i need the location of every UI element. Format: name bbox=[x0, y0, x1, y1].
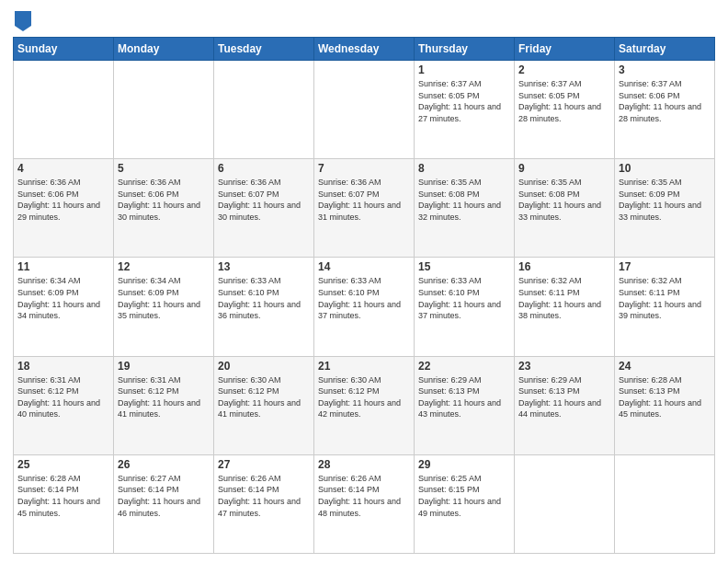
calendar-cell: 13Sunrise: 6:33 AM Sunset: 6:10 PM Dayli… bbox=[214, 258, 314, 356]
day-number: 5 bbox=[118, 162, 210, 175]
calendar-cell: 14Sunrise: 6:33 AM Sunset: 6:10 PM Dayli… bbox=[314, 258, 415, 356]
day-info: Sunrise: 6:31 AM Sunset: 6:12 PM Dayligh… bbox=[17, 374, 109, 420]
page: SundayMondayTuesdayWednesdayThursdayFrid… bbox=[0, 0, 728, 563]
calendar-cell: 12Sunrise: 6:34 AM Sunset: 6:09 PM Dayli… bbox=[114, 258, 214, 356]
day-number: 17 bbox=[619, 260, 711, 273]
calendar-cell: 10Sunrise: 6:35 AM Sunset: 6:09 PM Dayli… bbox=[615, 159, 715, 258]
day-number: 19 bbox=[118, 360, 210, 373]
day-number: 23 bbox=[518, 360, 610, 373]
week-row-1: 4Sunrise: 6:36 AM Sunset: 6:06 PM Daylig… bbox=[14, 159, 715, 258]
weekday-header-sunday: Sunday bbox=[14, 38, 114, 61]
day-info: Sunrise: 6:28 AM Sunset: 6:14 PM Dayligh… bbox=[17, 473, 109, 519]
day-info: Sunrise: 6:32 AM Sunset: 6:11 PM Dayligh… bbox=[518, 275, 610, 321]
header bbox=[13, 9, 715, 31]
calendar-cell: 9Sunrise: 6:35 AM Sunset: 6:08 PM Daylig… bbox=[515, 159, 615, 258]
weekday-header-row: SundayMondayTuesdayWednesdayThursdayFrid… bbox=[14, 38, 715, 61]
day-info: Sunrise: 6:30 AM Sunset: 6:12 PM Dayligh… bbox=[218, 374, 310, 420]
day-number: 21 bbox=[318, 360, 410, 373]
day-number: 24 bbox=[619, 360, 711, 373]
day-info: Sunrise: 6:35 AM Sunset: 6:09 PM Dayligh… bbox=[619, 177, 711, 223]
day-info: Sunrise: 6:33 AM Sunset: 6:10 PM Dayligh… bbox=[318, 275, 410, 321]
day-number: 12 bbox=[118, 260, 210, 273]
day-number: 28 bbox=[318, 458, 410, 471]
day-number: 7 bbox=[318, 162, 410, 175]
day-info: Sunrise: 6:29 AM Sunset: 6:13 PM Dayligh… bbox=[418, 374, 510, 420]
day-info: Sunrise: 6:29 AM Sunset: 6:13 PM Dayligh… bbox=[518, 374, 610, 420]
day-number: 10 bbox=[619, 162, 711, 175]
day-number: 6 bbox=[218, 162, 310, 175]
calendar-cell: 1Sunrise: 6:37 AM Sunset: 6:05 PM Daylig… bbox=[415, 61, 515, 159]
calendar-cell: 29Sunrise: 6:25 AM Sunset: 6:15 PM Dayli… bbox=[415, 454, 515, 553]
day-info: Sunrise: 6:28 AM Sunset: 6:13 PM Dayligh… bbox=[619, 374, 711, 420]
day-info: Sunrise: 6:26 AM Sunset: 6:14 PM Dayligh… bbox=[218, 473, 310, 519]
day-number: 26 bbox=[118, 458, 210, 471]
calendar-cell bbox=[615, 454, 715, 553]
day-info: Sunrise: 6:37 AM Sunset: 6:05 PM Dayligh… bbox=[418, 78, 510, 124]
week-row-2: 11Sunrise: 6:34 AM Sunset: 6:09 PM Dayli… bbox=[14, 258, 715, 356]
calendar-cell: 28Sunrise: 6:26 AM Sunset: 6:14 PM Dayli… bbox=[314, 454, 415, 553]
calendar-cell: 7Sunrise: 6:36 AM Sunset: 6:07 PM Daylig… bbox=[314, 159, 415, 258]
svg-marker-0 bbox=[15, 11, 31, 31]
calendar-cell: 11Sunrise: 6:34 AM Sunset: 6:09 PM Dayli… bbox=[14, 258, 114, 356]
week-row-0: 1Sunrise: 6:37 AM Sunset: 6:05 PM Daylig… bbox=[14, 61, 715, 159]
day-number: 3 bbox=[619, 63, 711, 76]
calendar-cell: 4Sunrise: 6:36 AM Sunset: 6:06 PM Daylig… bbox=[14, 159, 114, 258]
day-info: Sunrise: 6:33 AM Sunset: 6:10 PM Dayligh… bbox=[218, 275, 310, 321]
calendar-cell bbox=[114, 61, 214, 159]
calendar-cell: 26Sunrise: 6:27 AM Sunset: 6:14 PM Dayli… bbox=[114, 454, 214, 553]
logo bbox=[13, 13, 31, 31]
day-info: Sunrise: 6:36 AM Sunset: 6:07 PM Dayligh… bbox=[318, 177, 410, 223]
day-number: 2 bbox=[518, 63, 610, 76]
calendar-cell: 22Sunrise: 6:29 AM Sunset: 6:13 PM Dayli… bbox=[415, 356, 515, 454]
calendar-cell: 25Sunrise: 6:28 AM Sunset: 6:14 PM Dayli… bbox=[14, 454, 114, 553]
calendar-cell: 8Sunrise: 6:35 AM Sunset: 6:08 PM Daylig… bbox=[415, 159, 515, 258]
calendar-table: SundayMondayTuesdayWednesdayThursdayFrid… bbox=[13, 37, 715, 554]
day-info: Sunrise: 6:31 AM Sunset: 6:12 PM Dayligh… bbox=[118, 374, 210, 420]
calendar-cell: 6Sunrise: 6:36 AM Sunset: 6:07 PM Daylig… bbox=[214, 159, 314, 258]
calendar-cell: 23Sunrise: 6:29 AM Sunset: 6:13 PM Dayli… bbox=[515, 356, 615, 454]
calendar-cell: 24Sunrise: 6:28 AM Sunset: 6:13 PM Dayli… bbox=[615, 356, 715, 454]
day-number: 27 bbox=[218, 458, 310, 471]
week-row-3: 18Sunrise: 6:31 AM Sunset: 6:12 PM Dayli… bbox=[14, 356, 715, 454]
day-number: 22 bbox=[418, 360, 510, 373]
calendar-cell: 17Sunrise: 6:32 AM Sunset: 6:11 PM Dayli… bbox=[615, 258, 715, 356]
day-info: Sunrise: 6:30 AM Sunset: 6:12 PM Dayligh… bbox=[318, 374, 410, 420]
day-number: 9 bbox=[518, 162, 610, 175]
calendar-cell: 27Sunrise: 6:26 AM Sunset: 6:14 PM Dayli… bbox=[214, 454, 314, 553]
day-number: 29 bbox=[418, 458, 510, 471]
weekday-header-saturday: Saturday bbox=[615, 38, 715, 61]
logo-icon bbox=[15, 11, 31, 31]
week-row-4: 25Sunrise: 6:28 AM Sunset: 6:14 PM Dayli… bbox=[14, 454, 715, 553]
day-info: Sunrise: 6:27 AM Sunset: 6:14 PM Dayligh… bbox=[118, 473, 210, 519]
day-info: Sunrise: 6:35 AM Sunset: 6:08 PM Dayligh… bbox=[518, 177, 610, 223]
weekday-header-tuesday: Tuesday bbox=[214, 38, 314, 61]
day-info: Sunrise: 6:25 AM Sunset: 6:15 PM Dayligh… bbox=[418, 473, 510, 519]
day-info: Sunrise: 6:35 AM Sunset: 6:08 PM Dayligh… bbox=[418, 177, 510, 223]
calendar-cell bbox=[214, 61, 314, 159]
day-info: Sunrise: 6:34 AM Sunset: 6:09 PM Dayligh… bbox=[17, 275, 109, 321]
weekday-header-friday: Friday bbox=[515, 38, 615, 61]
weekday-header-monday: Monday bbox=[114, 38, 214, 61]
day-info: Sunrise: 6:36 AM Sunset: 6:07 PM Dayligh… bbox=[218, 177, 310, 223]
day-number: 25 bbox=[17, 458, 109, 471]
day-info: Sunrise: 6:37 AM Sunset: 6:05 PM Dayligh… bbox=[518, 78, 610, 124]
weekday-header-wednesday: Wednesday bbox=[314, 38, 415, 61]
day-number: 11 bbox=[17, 260, 109, 273]
day-info: Sunrise: 6:26 AM Sunset: 6:14 PM Dayligh… bbox=[318, 473, 410, 519]
day-info: Sunrise: 6:33 AM Sunset: 6:10 PM Dayligh… bbox=[418, 275, 510, 321]
day-number: 4 bbox=[17, 162, 109, 175]
calendar-cell: 19Sunrise: 6:31 AM Sunset: 6:12 PM Dayli… bbox=[114, 356, 214, 454]
day-info: Sunrise: 6:32 AM Sunset: 6:11 PM Dayligh… bbox=[619, 275, 711, 321]
day-number: 18 bbox=[17, 360, 109, 373]
calendar-cell: 18Sunrise: 6:31 AM Sunset: 6:12 PM Dayli… bbox=[14, 356, 114, 454]
calendar-cell bbox=[314, 61, 415, 159]
calendar-cell: 2Sunrise: 6:37 AM Sunset: 6:05 PM Daylig… bbox=[515, 61, 615, 159]
calendar-cell: 16Sunrise: 6:32 AM Sunset: 6:11 PM Dayli… bbox=[515, 258, 615, 356]
calendar-cell: 5Sunrise: 6:36 AM Sunset: 6:06 PM Daylig… bbox=[114, 159, 214, 258]
day-info: Sunrise: 6:36 AM Sunset: 6:06 PM Dayligh… bbox=[118, 177, 210, 223]
day-number: 20 bbox=[218, 360, 310, 373]
calendar-cell: 20Sunrise: 6:30 AM Sunset: 6:12 PM Dayli… bbox=[214, 356, 314, 454]
day-info: Sunrise: 6:37 AM Sunset: 6:06 PM Dayligh… bbox=[619, 78, 711, 124]
day-number: 13 bbox=[218, 260, 310, 273]
calendar-cell bbox=[515, 454, 615, 553]
